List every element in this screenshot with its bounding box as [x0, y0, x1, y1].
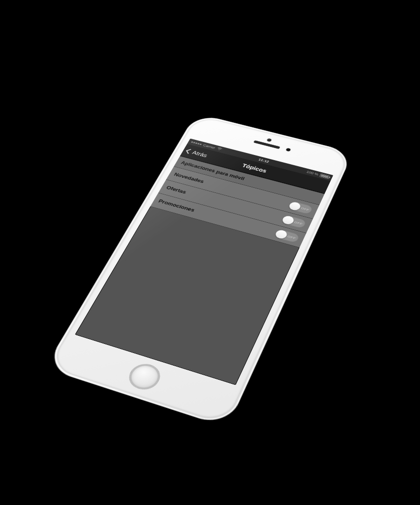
phone-mockup: Carrier 11:12 100 % Atrás Tópicos [45, 114, 353, 427]
toggle-knob-icon [281, 215, 295, 225]
toggle-ofertas[interactable]: OFF [281, 215, 307, 229]
toggle-off-label: OFF [294, 220, 303, 226]
page-title: Tópicos [241, 163, 268, 174]
back-label: Atrás [191, 149, 208, 158]
toggle-off-label: OFF [287, 234, 296, 240]
row-label: Ofertas [165, 185, 187, 194]
toggle-knob-icon [288, 201, 301, 211]
signal-dots-icon [191, 141, 202, 145]
toggle-off-label: OFF [300, 207, 310, 212]
wifi-icon [216, 147, 223, 152]
toggle-promociones[interactable]: OFF [274, 229, 300, 243]
